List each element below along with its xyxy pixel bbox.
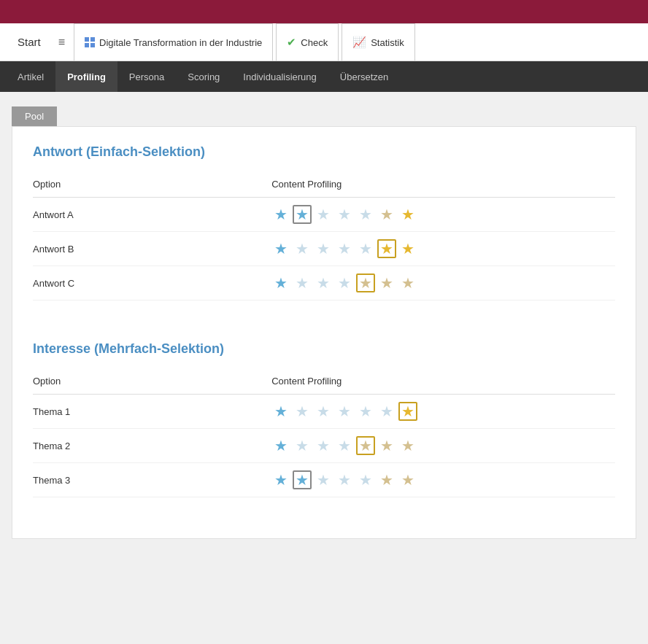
star-1[interactable]: ★ <box>293 273 312 292</box>
option-label: Antwort A <box>33 198 266 232</box>
star-4[interactable]: ★ <box>356 205 375 224</box>
option-label: Antwort C <box>33 266 266 300</box>
star-6[interactable]: ★ <box>398 402 417 421</box>
options-table-antwort: OptionContent ProfilingAntwort A★★★★★★★A… <box>33 174 615 300</box>
pool-tab[interactable]: Pool <box>12 106 57 126</box>
stat-icon: 📈 <box>352 36 366 49</box>
stars-row: ★★★★★★★ <box>271 402 609 421</box>
article-tab-icon <box>85 37 95 47</box>
sub-nav-item-profiling[interactable]: Profiling <box>55 61 117 92</box>
table-row: Antwort C★★★★★★★ <box>33 266 615 300</box>
stars-row: ★★★★★★★ <box>271 205 609 224</box>
star-1[interactable]: ★ <box>293 436 312 455</box>
star-3[interactable]: ★ <box>335 436 354 455</box>
sub-nav-item-persona[interactable]: Persona <box>117 61 176 92</box>
article-tab-label: Digitale Transformation in der Industrie <box>99 37 262 48</box>
svg-rect-0 <box>85 37 89 42</box>
option-label: Thema 3 <box>33 463 266 497</box>
star-0[interactable]: ★ <box>271 239 290 258</box>
star-2[interactable]: ★ <box>314 436 333 455</box>
star-2[interactable]: ★ <box>314 402 333 421</box>
option-label: Thema 1 <box>33 395 266 429</box>
table-row: Thema 1★★★★★★★ <box>33 395 615 429</box>
star-2[interactable]: ★ <box>314 239 333 258</box>
table-row: Thema 3★★★★★★★ <box>33 463 615 497</box>
star-3[interactable]: ★ <box>335 205 354 224</box>
star-2[interactable]: ★ <box>314 470 333 489</box>
star-3[interactable]: ★ <box>335 470 354 489</box>
star-4[interactable]: ★ <box>356 273 375 292</box>
star-3[interactable]: ★ <box>335 402 354 421</box>
star-5[interactable]: ★ <box>377 402 396 421</box>
star-5[interactable]: ★ <box>377 239 396 258</box>
table-row: Antwort A★★★★★★★ <box>33 198 615 232</box>
stars-cell: ★★★★★★★ <box>266 232 615 266</box>
star-0[interactable]: ★ <box>271 436 290 455</box>
star-6[interactable]: ★ <box>398 205 417 224</box>
sub-nav-item-scoring[interactable]: Scoring <box>176 61 231 92</box>
star-6[interactable]: ★ <box>398 436 417 455</box>
stars-row: ★★★★★★★ <box>271 436 609 455</box>
sub-nav: ArtikelProfilingPersonaScoringIndividual… <box>0 61 648 92</box>
stars-cell: ★★★★★★★ <box>266 266 615 300</box>
option-label: Thema 2 <box>33 429 266 463</box>
stars-row: ★★★★★★★ <box>271 273 609 292</box>
star-5[interactable]: ★ <box>377 205 396 224</box>
stars-cell: ★★★★★★★ <box>266 463 615 497</box>
stars-cell: ★★★★★★★ <box>266 395 615 429</box>
star-1[interactable]: ★ <box>293 239 312 258</box>
star-0[interactable]: ★ <box>271 273 290 292</box>
statistik-tab-label: Statistik <box>371 37 404 48</box>
star-1[interactable]: ★ <box>293 402 312 421</box>
check-tab-label: Check <box>301 37 328 48</box>
nav-bar: Start ≡ Digitale Transformation in der I… <box>0 23 648 61</box>
table-row: Thema 2★★★★★★★ <box>33 429 615 463</box>
col-header-option: Option <box>33 174 266 198</box>
sub-nav-item-individualisierung[interactable]: Individualisierung <box>231 61 328 92</box>
star-1[interactable]: ★ <box>293 205 312 224</box>
article-tab[interactable]: Digitale Transformation in der Industrie <box>74 23 273 61</box>
sub-nav-item-artikel[interactable]: Artikel <box>6 61 55 92</box>
menu-icon[interactable]: ≡ <box>53 31 71 53</box>
svg-rect-3 <box>90 43 95 47</box>
stars-row: ★★★★★★★ <box>271 470 609 489</box>
star-0[interactable]: ★ <box>271 205 290 224</box>
star-5[interactable]: ★ <box>377 470 396 489</box>
start-button[interactable]: Start <box>9 31 50 53</box>
star-4[interactable]: ★ <box>356 402 375 421</box>
statistik-tab[interactable]: 📈 Statistik <box>342 23 415 61</box>
star-5[interactable]: ★ <box>377 436 396 455</box>
star-4[interactable]: ★ <box>356 239 375 258</box>
stars-cell: ★★★★★★★ <box>266 198 615 232</box>
col-header-profiling: Content Profiling <box>266 371 615 395</box>
col-header-option: Option <box>33 371 266 395</box>
star-6[interactable]: ★ <box>398 239 417 258</box>
check-tab[interactable]: ✔ Check <box>276 23 339 61</box>
stars-cell: ★★★★★★★ <box>266 429 615 463</box>
star-5[interactable]: ★ <box>377 273 396 292</box>
star-3[interactable]: ★ <box>335 273 354 292</box>
star-6[interactable]: ★ <box>398 273 417 292</box>
star-4[interactable]: ★ <box>356 436 375 455</box>
star-0[interactable]: ★ <box>271 402 290 421</box>
star-6[interactable]: ★ <box>398 470 417 489</box>
main-content: Pool Antwort (Einfach-Selektion)OptionCo… <box>0 92 648 602</box>
top-bar <box>0 0 648 23</box>
check-icon: ✔ <box>287 36 296 49</box>
pool-tab-container: Pool <box>12 106 636 126</box>
sub-nav-item-uebersetzen[interactable]: Übersetzen <box>328 61 400 92</box>
svg-rect-2 <box>85 43 89 47</box>
star-4[interactable]: ★ <box>356 470 375 489</box>
option-label: Antwort B <box>33 232 266 266</box>
options-table-interesse: OptionContent ProfilingThema 1★★★★★★★The… <box>33 371 615 497</box>
section-title-interesse: Interesse (Mehrfach-Selektion) <box>33 341 615 357</box>
section-title-antwort: Antwort (Einfach-Selektion) <box>33 144 615 160</box>
star-2[interactable]: ★ <box>314 273 333 292</box>
table-row: Antwort B★★★★★★★ <box>33 232 615 266</box>
star-0[interactable]: ★ <box>271 470 290 489</box>
stars-row: ★★★★★★★ <box>271 239 609 258</box>
star-2[interactable]: ★ <box>314 205 333 224</box>
star-3[interactable]: ★ <box>335 239 354 258</box>
col-header-profiling: Content Profiling <box>266 174 615 198</box>
star-1[interactable]: ★ <box>293 470 312 489</box>
